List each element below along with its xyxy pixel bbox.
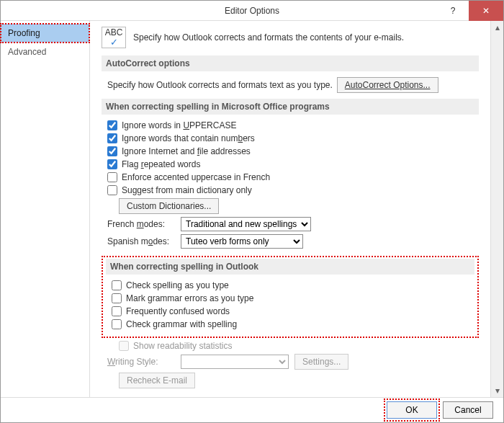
editor-options-window: Editor Options ? ✕ Proofing Advanced ABC…: [0, 0, 504, 423]
proofing-icon: ABC ✓: [102, 27, 126, 48]
check-grammar-type[interactable]: Mark grammar errors as you type: [112, 293, 474, 303]
check-numbers[interactable]: Ignore words that contain numbers: [107, 133, 479, 143]
autocorrect-row: Specify how Outlook corrects and formats…: [107, 77, 479, 93]
writing-style-select: [181, 355, 289, 369]
outlook-section-highlight: When correcting spelling in Outlook Chec…: [102, 256, 479, 338]
spanish-modes-select[interactable]: Tuteo verb forms only: [181, 234, 303, 249]
writing-style-row: Writing Style: Settings...: [107, 354, 479, 370]
help-icon[interactable]: ?: [437, 1, 469, 21]
close-icon[interactable]: ✕: [469, 1, 503, 21]
footer: OK Cancel: [1, 397, 503, 422]
recheck-email-button: Recheck E-mail: [119, 373, 195, 388]
french-modes-row: French modes: Traditional and new spelli…: [107, 217, 479, 231]
check-spell-type[interactable]: Check spelling as you type: [112, 280, 474, 290]
writing-style-label: Writing Style:: [107, 357, 175, 367]
abc-text: ABC: [105, 28, 123, 37]
check-grammar-spell[interactable]: Check grammar with spelling: [112, 319, 474, 329]
titlebar: Editor Options ? ✕: [1, 1, 503, 21]
autocorrect-options-button[interactable]: AutoCorrect Options...: [337, 77, 438, 93]
check-uppercase[interactable]: Ignore words in UPPERCASE: [107, 120, 479, 130]
settings-button: Settings...: [294, 354, 348, 370]
dialog-body: Proofing Advanced ABC ✓ Specify how Outl…: [1, 21, 503, 397]
french-modes-select[interactable]: Traditional and new spellings: [181, 217, 311, 231]
custom-dict-row: Custom Dictionaries...: [119, 198, 479, 214]
titlebar-buttons: ? ✕: [437, 1, 503, 20]
french-modes-label: French modes:: [107, 219, 175, 229]
checkbox-uppercase[interactable]: [107, 120, 117, 130]
main-wrap: ABC ✓ Specify how Outlook corrects and f…: [90, 21, 503, 397]
checkbox-grammar-spell[interactable]: [112, 319, 122, 329]
scroll-up-icon[interactable]: ▴: [491, 21, 503, 34]
check-internet[interactable]: Ignore Internet and file addresses: [107, 146, 479, 156]
checkbox-readability: [119, 341, 129, 351]
scroll-down-icon[interactable]: ▾: [491, 384, 503, 397]
scrollbar[interactable]: ▴ ▾: [490, 21, 503, 397]
section-outlook: When correcting spelling in Outlook: [106, 259, 474, 275]
intro-text: Specify how Outlook corrects and formats…: [133, 32, 404, 43]
main-panel: ABC ✓ Specify how Outlook corrects and f…: [90, 21, 490, 397]
checkbox-numbers[interactable]: [107, 133, 117, 143]
section-office: When correcting spelling in Microsoft Of…: [102, 99, 479, 115]
checkbox-spell-type[interactable]: [112, 280, 122, 290]
check-icon: ✓: [110, 37, 118, 47]
checkbox-grammar-type[interactable]: [112, 293, 122, 303]
spanish-modes-label: Spanish modes:: [107, 236, 175, 246]
check-main-dict[interactable]: Suggest from main dictionary only: [107, 185, 479, 195]
sidebar-item-advanced[interactable]: Advanced: [1, 43, 89, 61]
custom-dictionaries-button[interactable]: Custom Dictionaries...: [119, 198, 219, 214]
checkbox-french-accent[interactable]: [107, 172, 117, 182]
checkbox-confused[interactable]: [112, 306, 122, 316]
check-repeated[interactable]: Flag repeated words: [107, 159, 479, 169]
section-autocorrect: AutoCorrect options: [102, 55, 479, 71]
window-title: Editor Options: [225, 6, 279, 16]
checkbox-main-dict[interactable]: [107, 185, 117, 195]
ok-button[interactable]: OK: [387, 401, 437, 419]
check-confused[interactable]: Frequently confused words: [112, 306, 474, 316]
check-readability: Show readability statistics: [119, 341, 479, 351]
spanish-modes-row: Spanish modes: Tuteo verb forms only: [107, 234, 479, 249]
sidebar: Proofing Advanced: [1, 21, 90, 397]
autocorrect-text: Specify how Outlook corrects and formats…: [107, 80, 333, 90]
cancel-button[interactable]: Cancel: [443, 401, 493, 419]
checkbox-repeated[interactable]: [107, 159, 117, 169]
recheck-row: Recheck E-mail: [119, 373, 479, 388]
intro-row: ABC ✓ Specify how Outlook corrects and f…: [102, 27, 479, 48]
sidebar-item-proofing[interactable]: Proofing: [1, 24, 89, 43]
checkbox-internet[interactable]: [107, 146, 117, 156]
check-french-accent[interactable]: Enforce accented uppercase in French: [107, 172, 479, 182]
